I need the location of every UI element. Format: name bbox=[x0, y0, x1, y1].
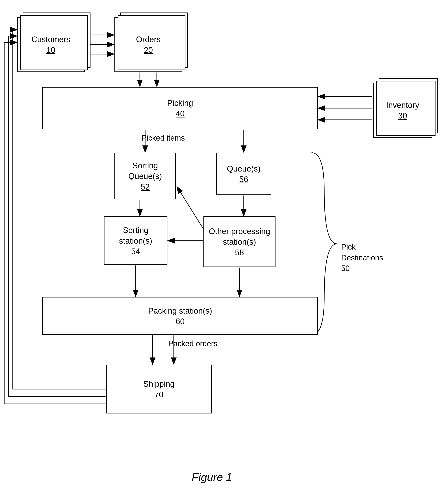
inventory-label: Inventory bbox=[386, 100, 419, 111]
inventory-box: Inventory 30 bbox=[373, 83, 432, 138]
diagram: Customers 10 Orders 20 Inventory 30 Pick… bbox=[0, 0, 448, 497]
sorting-queue-box: Sorting Queue(s) 52 bbox=[114, 153, 176, 199]
customers-box: Customers 10 bbox=[17, 17, 85, 72]
orders-num: 20 bbox=[144, 46, 153, 55]
shipping-num: 70 bbox=[155, 390, 163, 399]
customers-num: 10 bbox=[47, 46, 55, 55]
other-processing-box: Other processing station(s) 58 bbox=[203, 216, 275, 267]
pick-destinations-label: Pick Destinations 50 bbox=[341, 231, 384, 274]
orders-label: Orders bbox=[136, 34, 161, 45]
sorting-station-num: 54 bbox=[131, 247, 140, 256]
picking-label: Picking bbox=[167, 98, 193, 108]
packing-num: 60 bbox=[176, 317, 185, 326]
sorting-station-label: Sorting station(s) bbox=[119, 225, 152, 246]
picking-num: 40 bbox=[176, 109, 185, 118]
shipping-box: Shipping 70 bbox=[106, 365, 212, 414]
queues-num: 56 bbox=[239, 175, 248, 184]
queues-label: Queue(s) bbox=[227, 164, 260, 174]
svg-line-15 bbox=[177, 187, 203, 229]
packing-label: Packing station(s) bbox=[148, 306, 212, 316]
shipping-label: Shipping bbox=[143, 379, 175, 389]
picked-items-label: Picked items bbox=[131, 133, 195, 143]
sorting-queue-label: Sorting Queue(s) bbox=[128, 161, 162, 182]
packed-orders-label: Packed orders bbox=[161, 339, 225, 348]
sorting-queue-num: 52 bbox=[141, 182, 150, 191]
packing-box: Packing station(s) 60 bbox=[42, 297, 318, 335]
inventory-num: 30 bbox=[398, 111, 407, 120]
other-processing-num: 58 bbox=[235, 248, 244, 257]
figure-caption: Figure 1 bbox=[170, 471, 254, 483]
queues-box: Queue(s) 56 bbox=[216, 153, 271, 195]
other-processing-label: Other processing station(s) bbox=[209, 226, 270, 247]
customers-label: Customers bbox=[31, 34, 70, 45]
orders-box: Orders 20 bbox=[114, 17, 182, 72]
picking-box: Picking 40 bbox=[42, 87, 318, 129]
sorting-station-box: Sorting station(s) 54 bbox=[104, 216, 167, 265]
